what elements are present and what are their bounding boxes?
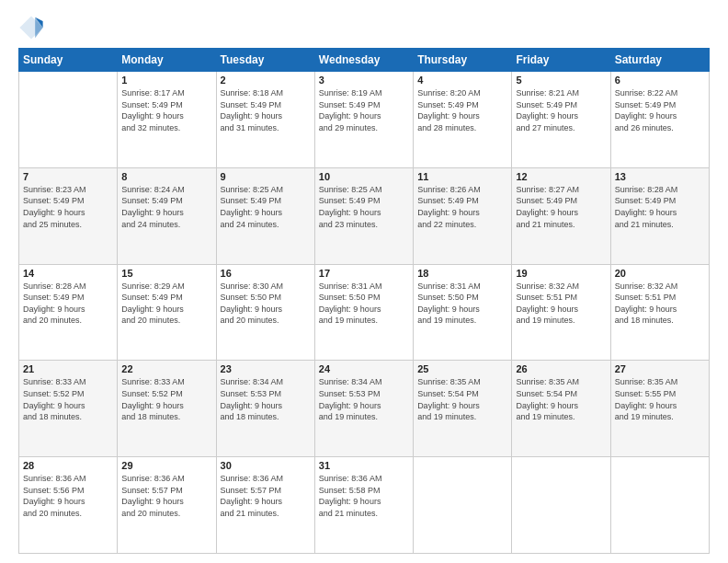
day-info: Sunrise: 8:26 AM Sunset: 5:49 PM Dayligh… <box>417 184 507 230</box>
day-number: 1 <box>121 75 211 86</box>
day-info: Sunrise: 8:31 AM Sunset: 5:50 PM Dayligh… <box>319 281 409 327</box>
day-cell <box>19 72 118 168</box>
day-cell: 3Sunrise: 8:19 AM Sunset: 5:49 PM Daylig… <box>314 72 413 168</box>
day-number: 31 <box>319 460 409 471</box>
day-cell: 30Sunrise: 8:36 AM Sunset: 5:57 PM Dayli… <box>216 457 314 554</box>
weekday-header-thursday: Thursday <box>414 49 512 72</box>
day-cell <box>610 457 709 554</box>
day-cell: 9Sunrise: 8:25 AM Sunset: 5:49 PM Daylig… <box>216 167 314 264</box>
day-number: 16 <box>221 268 311 279</box>
day-cell: 26Sunrise: 8:35 AM Sunset: 5:54 PM Dayli… <box>512 361 610 457</box>
day-cell: 11Sunrise: 8:26 AM Sunset: 5:49 PM Dayli… <box>414 167 512 264</box>
day-cell: 27Sunrise: 8:35 AM Sunset: 5:55 PM Dayli… <box>610 361 709 457</box>
weekday-header-tuesday: Tuesday <box>216 49 314 72</box>
day-number: 11 <box>417 171 507 182</box>
day-info: Sunrise: 8:25 AM Sunset: 5:49 PM Dayligh… <box>319 184 409 230</box>
day-number: 30 <box>221 460 311 471</box>
day-cell: 17Sunrise: 8:31 AM Sunset: 5:50 PM Dayli… <box>314 264 413 361</box>
day-info: Sunrise: 8:17 AM Sunset: 5:49 PM Dayligh… <box>121 87 211 133</box>
day-cell: 7Sunrise: 8:23 AM Sunset: 5:49 PM Daylig… <box>19 167 118 264</box>
day-info: Sunrise: 8:36 AM Sunset: 5:57 PM Dayligh… <box>221 473 311 519</box>
day-cell: 15Sunrise: 8:29 AM Sunset: 5:49 PM Dayli… <box>118 264 216 361</box>
day-number: 23 <box>221 363 311 374</box>
day-number: 17 <box>319 268 409 279</box>
day-number: 3 <box>319 75 409 86</box>
day-cell: 25Sunrise: 8:35 AM Sunset: 5:54 PM Dayli… <box>414 361 512 457</box>
day-cell <box>512 457 610 554</box>
day-number: 5 <box>516 75 606 86</box>
day-info: Sunrise: 8:19 AM Sunset: 5:49 PM Dayligh… <box>319 87 409 133</box>
day-number: 15 <box>121 268 211 279</box>
day-info: Sunrise: 8:34 AM Sunset: 5:53 PM Dayligh… <box>221 376 311 422</box>
day-cell: 12Sunrise: 8:27 AM Sunset: 5:49 PM Dayli… <box>512 167 610 264</box>
logo-icon <box>18 15 44 40</box>
day-info: Sunrise: 8:33 AM Sunset: 5:52 PM Dayligh… <box>23 376 113 422</box>
weekday-header-wednesday: Wednesday <box>314 49 413 72</box>
weekday-header-friday: Friday <box>512 49 610 72</box>
day-info: Sunrise: 8:30 AM Sunset: 5:50 PM Dayligh… <box>221 281 311 327</box>
day-cell: 23Sunrise: 8:34 AM Sunset: 5:53 PM Dayli… <box>216 361 314 457</box>
day-number: 27 <box>615 363 705 374</box>
day-info: Sunrise: 8:23 AM Sunset: 5:49 PM Dayligh… <box>23 184 113 230</box>
day-cell: 5Sunrise: 8:21 AM Sunset: 5:49 PM Daylig… <box>512 72 610 168</box>
day-cell: 4Sunrise: 8:20 AM Sunset: 5:49 PM Daylig… <box>414 72 512 168</box>
day-info: Sunrise: 8:29 AM Sunset: 5:49 PM Dayligh… <box>121 281 211 327</box>
day-cell: 13Sunrise: 8:28 AM Sunset: 5:49 PM Dayli… <box>610 167 709 264</box>
day-info: Sunrise: 8:24 AM Sunset: 5:49 PM Dayligh… <box>121 184 211 230</box>
calendar: SundayMondayTuesdayWednesdayThursdayFrid… <box>18 48 710 554</box>
logo <box>18 15 48 40</box>
page: SundayMondayTuesdayWednesdayThursdayFrid… <box>0 0 728 563</box>
day-info: Sunrise: 8:35 AM Sunset: 5:55 PM Dayligh… <box>615 376 705 422</box>
day-number: 26 <box>516 363 606 374</box>
day-info: Sunrise: 8:34 AM Sunset: 5:53 PM Dayligh… <box>319 376 409 422</box>
weekday-header-sunday: Sunday <box>19 49 118 72</box>
day-info: Sunrise: 8:36 AM Sunset: 5:57 PM Dayligh… <box>121 473 211 519</box>
day-info: Sunrise: 8:32 AM Sunset: 5:51 PM Dayligh… <box>516 281 606 327</box>
day-number: 22 <box>121 363 211 374</box>
day-info: Sunrise: 8:35 AM Sunset: 5:54 PM Dayligh… <box>417 376 507 422</box>
day-info: Sunrise: 8:27 AM Sunset: 5:49 PM Dayligh… <box>516 184 606 230</box>
day-info: Sunrise: 8:28 AM Sunset: 5:49 PM Dayligh… <box>23 281 113 327</box>
day-number: 9 <box>221 171 311 182</box>
day-cell: 31Sunrise: 8:36 AM Sunset: 5:58 PM Dayli… <box>314 457 413 554</box>
day-cell: 16Sunrise: 8:30 AM Sunset: 5:50 PM Dayli… <box>216 264 314 361</box>
day-number: 2 <box>221 75 311 86</box>
day-info: Sunrise: 8:33 AM Sunset: 5:52 PM Dayligh… <box>121 376 211 422</box>
day-cell: 1Sunrise: 8:17 AM Sunset: 5:49 PM Daylig… <box>118 72 216 168</box>
week-row-4: 21Sunrise: 8:33 AM Sunset: 5:52 PM Dayli… <box>19 361 710 457</box>
day-cell: 8Sunrise: 8:24 AM Sunset: 5:49 PM Daylig… <box>118 167 216 264</box>
day-cell: 20Sunrise: 8:32 AM Sunset: 5:51 PM Dayli… <box>610 264 709 361</box>
day-number: 14 <box>23 268 113 279</box>
day-info: Sunrise: 8:36 AM Sunset: 5:56 PM Dayligh… <box>23 473 113 519</box>
day-number: 21 <box>23 363 113 374</box>
week-row-1: 1Sunrise: 8:17 AM Sunset: 5:49 PM Daylig… <box>19 72 710 168</box>
day-cell: 21Sunrise: 8:33 AM Sunset: 5:52 PM Dayli… <box>19 361 118 457</box>
day-info: Sunrise: 8:18 AM Sunset: 5:49 PM Dayligh… <box>221 87 311 133</box>
day-cell: 28Sunrise: 8:36 AM Sunset: 5:56 PM Dayli… <box>19 457 118 554</box>
day-number: 29 <box>121 460 211 471</box>
day-cell: 14Sunrise: 8:28 AM Sunset: 5:49 PM Dayli… <box>19 264 118 361</box>
day-number: 19 <box>516 268 606 279</box>
header <box>18 15 710 40</box>
day-number: 4 <box>417 75 507 86</box>
day-info: Sunrise: 8:20 AM Sunset: 5:49 PM Dayligh… <box>417 87 507 133</box>
day-number: 10 <box>319 171 409 182</box>
day-cell: 18Sunrise: 8:31 AM Sunset: 5:50 PM Dayli… <box>414 264 512 361</box>
weekday-header-monday: Monday <box>118 49 216 72</box>
day-number: 24 <box>319 363 409 374</box>
day-info: Sunrise: 8:31 AM Sunset: 5:50 PM Dayligh… <box>417 281 507 327</box>
day-cell: 22Sunrise: 8:33 AM Sunset: 5:52 PM Dayli… <box>118 361 216 457</box>
day-number: 6 <box>615 75 705 86</box>
day-number: 12 <box>516 171 606 182</box>
day-cell: 19Sunrise: 8:32 AM Sunset: 5:51 PM Dayli… <box>512 264 610 361</box>
day-info: Sunrise: 8:28 AM Sunset: 5:49 PM Dayligh… <box>615 184 705 230</box>
day-cell: 24Sunrise: 8:34 AM Sunset: 5:53 PM Dayli… <box>314 361 413 457</box>
week-row-3: 14Sunrise: 8:28 AM Sunset: 5:49 PM Dayli… <box>19 264 710 361</box>
day-number: 18 <box>417 268 507 279</box>
day-number: 8 <box>121 171 211 182</box>
weekday-header-saturday: Saturday <box>610 49 709 72</box>
day-info: Sunrise: 8:32 AM Sunset: 5:51 PM Dayligh… <box>615 281 705 327</box>
day-number: 20 <box>615 268 705 279</box>
day-number: 28 <box>23 460 113 471</box>
day-number: 25 <box>417 363 507 374</box>
